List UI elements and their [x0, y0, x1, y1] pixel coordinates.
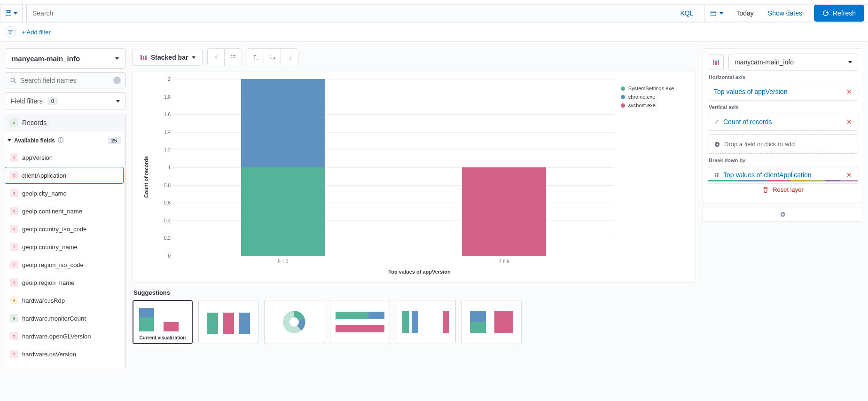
field-search-input[interactable] — [20, 77, 109, 84]
suggestion-horizontal-grouped[interactable] — [396, 300, 456, 344]
main-layout: manycam-main_info Field filters 0 # Reco… — [0, 42, 868, 372]
show-dates-link[interactable]: Show dates — [760, 9, 810, 17]
chart-card: Count of records 00.20.40.60.811.21.41.6… — [133, 71, 696, 283]
chevron-down-icon — [8, 139, 11, 142]
available-fields-header[interactable]: Available fields ⓘ 25 — [5, 132, 124, 149]
field-item[interactable]: tclientApplication — [5, 167, 124, 184]
field-item[interactable]: tappVersion — [5, 149, 124, 166]
suggestion-stacked-alt[interactable] — [461, 300, 522, 344]
field-item[interactable]: #hardware.monitorCount — [5, 310, 124, 327]
value-labels-group: # — [207, 48, 242, 66]
field-item[interactable]: tgeoip.region_name — [5, 274, 124, 291]
svg-line-5 — [15, 82, 16, 83]
legend-item[interactable]: chrome.exe — [621, 94, 674, 100]
left-axis-button[interactable] — [247, 49, 264, 66]
bar-segment[interactable] — [462, 167, 546, 256]
vertical-axis-drop-zone[interactable]: Drop a field or click to add — [708, 134, 858, 154]
svg-rect-38 — [713, 61, 714, 65]
kql-toggle[interactable]: KQL — [673, 9, 700, 17]
field-item[interactable]: thardware.osVersion — [5, 346, 124, 362]
bar-segment[interactable] — [241, 79, 325, 167]
svg-rect-37 — [494, 311, 513, 333]
clear-icon[interactable] — [113, 77, 121, 84]
save-icon — [5, 10, 12, 16]
svg-rect-45 — [715, 173, 716, 174]
svg-rect-26 — [239, 313, 250, 334]
fields-sidebar: manycam-main_info Field filters 0 # Reco… — [5, 48, 126, 368]
svg-rect-39 — [713, 60, 714, 61]
search-box[interactable]: KQL — [26, 5, 700, 22]
svg-rect-25 — [223, 313, 234, 334]
vertical-axis-chip[interactable]: Count of records ✕ — [708, 113, 858, 131]
bar-segment[interactable] — [241, 167, 325, 256]
available-fields-count: 25 — [108, 137, 121, 144]
bottom-axis-button[interactable] — [264, 49, 281, 66]
y-axis-label: Count of records — [143, 156, 149, 198]
field-item[interactable]: #hardware.primaryMonitor.dpi.logical.x — [5, 363, 124, 368]
trash-icon — [762, 187, 769, 193]
reset-layer-button[interactable]: Reset layer — [708, 181, 858, 198]
query-input[interactable] — [27, 5, 673, 22]
text-type-icon: t — [10, 332, 18, 340]
svg-rect-33 — [412, 311, 418, 333]
svg-rect-24 — [207, 313, 218, 334]
horizontal-axis-label: Horizontal axis — [709, 74, 857, 80]
svg-rect-48 — [717, 175, 719, 177]
svg-rect-41 — [715, 61, 717, 62]
field-name-label: geoip.country_name — [22, 244, 78, 251]
svg-rect-9 — [143, 56, 144, 57]
suggestion-horizontal-stacked[interactable] — [330, 300, 390, 344]
suggestion-donut[interactable] — [264, 300, 324, 344]
field-item[interactable]: tgeoip.city_name — [5, 185, 124, 202]
field-search[interactable] — [5, 72, 126, 88]
remove-icon[interactable]: ✕ — [846, 88, 852, 95]
field-item[interactable]: tgeoip.region_iso_code — [5, 256, 124, 273]
query-bar: KQL Today Show dates Refresh — [0, 5, 868, 23]
filter-options-button[interactable] — [5, 26, 16, 38]
right-axis-button[interactable] — [281, 49, 298, 66]
remove-icon[interactable]: ✕ — [846, 118, 852, 126]
value-labels-off-button[interactable]: # — [208, 49, 225, 66]
x-tick-label: 7.8.6 — [499, 259, 509, 264]
calendar-button[interactable] — [704, 5, 729, 22]
svg-point-4 — [11, 78, 15, 82]
legend-item[interactable]: SystemSettings.exe — [621, 86, 674, 91]
remove-icon[interactable]: ✕ — [846, 171, 852, 179]
index-pattern-select[interactable]: manycam-main_info — [5, 48, 126, 69]
layer-chart-type-button[interactable] — [708, 54, 724, 70]
records-field[interactable]: # Records — [5, 114, 124, 132]
value-labels-on-button[interactable] — [225, 49, 242, 66]
plus-circle-icon — [780, 211, 786, 218]
refresh-icon — [822, 10, 829, 16]
fields-list[interactable]: # Records Available fields ⓘ 25 tappVers… — [5, 114, 126, 368]
horizontal-axis-chip[interactable]: Top values of appVersion ✕ — [708, 83, 858, 101]
chart-type-button[interactable]: Stacked bar — [133, 49, 203, 66]
svg-point-28 — [289, 317, 299, 327]
svg-rect-8 — [143, 57, 144, 60]
suggestions-title: Suggestions — [133, 289, 696, 296]
chevron-down-icon — [14, 12, 17, 15]
svg-rect-40 — [715, 62, 717, 65]
suggestion-grouped-bar[interactable] — [198, 300, 258, 344]
suggestion-current[interactable]: Current visualization — [133, 300, 193, 344]
add-filter-link[interactable]: + Add filter — [22, 29, 51, 36]
field-item[interactable]: ●hardware.isRdp — [5, 292, 124, 309]
text-type-icon: t — [10, 189, 18, 197]
field-filters-toggle[interactable]: Field filters 0 — [5, 92, 126, 110]
saved-query-button[interactable] — [0, 5, 23, 22]
add-layer-button[interactable] — [703, 207, 863, 222]
field-item[interactable]: tgeoip.continent_name — [5, 203, 124, 220]
layer-index-pattern-select[interactable]: manycam-main_info — [728, 54, 858, 71]
refresh-button[interactable]: Refresh — [814, 5, 864, 22]
field-name-label: geoip.continent_name — [22, 208, 82, 215]
field-item[interactable]: tgeoip.country_iso_code — [5, 220, 124, 237]
svg-rect-46 — [717, 173, 719, 174]
field-item[interactable]: tgeoip.country_name — [5, 238, 124, 255]
suggestions-row: Current visualization — [133, 300, 696, 344]
field-item[interactable]: thardware.openGLVersion — [5, 328, 124, 345]
number-type-icon: # — [10, 118, 18, 127]
field-name-label: geoip.city_name — [22, 190, 67, 197]
x-axis-label: Top values of appVersion — [154, 269, 685, 275]
legend-item[interactable]: svchost.exe — [621, 102, 674, 108]
date-range-label: Today — [729, 9, 760, 17]
